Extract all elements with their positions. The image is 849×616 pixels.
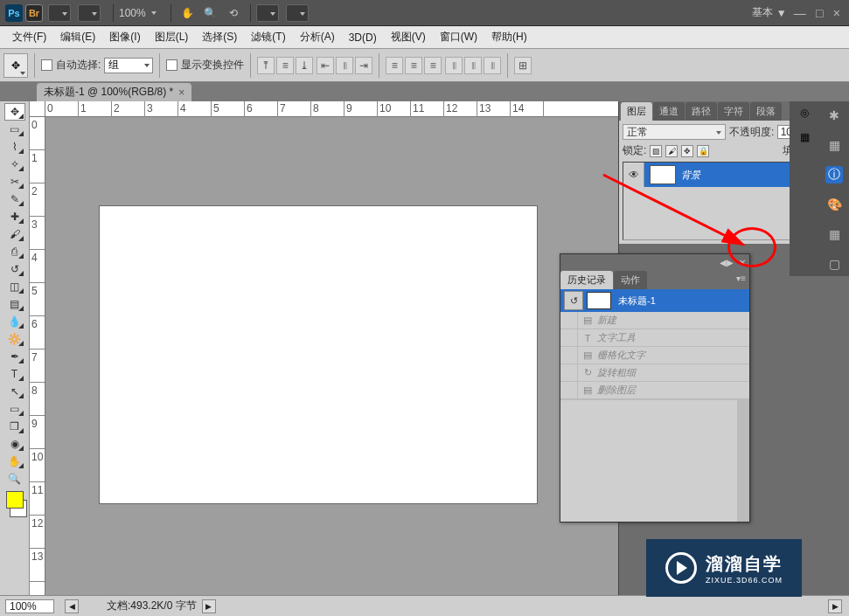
history-item[interactable]: T文字工具: [560, 329, 749, 347]
ruler-origin[interactable]: [30, 101, 45, 117]
scroll-left-icon[interactable]: ◀: [65, 599, 79, 613]
menu-layer[interactable]: 图层(L): [148, 27, 196, 47]
crop-tool[interactable]: ✂: [4, 173, 25, 190]
ruler-horizontal[interactable]: 0 1 2 3 4 5 6 7 8 9 10 11 12 13 14: [45, 101, 618, 117]
workspace-dropdown-icon[interactable]: ▼: [776, 7, 787, 19]
stamp-tool[interactable]: ⎙: [4, 243, 25, 260]
dist-1-icon[interactable]: ≡: [386, 57, 403, 74]
dist-2-icon[interactable]: ≡: [405, 57, 422, 74]
info-dropdown-icon[interactable]: ▶: [202, 599, 216, 613]
adjustments-icon[interactable]: ▦: [825, 225, 843, 243]
align-left-icon[interactable]: ⇤: [317, 57, 334, 74]
type-tool[interactable]: T: [4, 365, 25, 383]
tab-history[interactable]: 历史记录: [560, 271, 613, 289]
history-snapshot-row[interactable]: ↺ 未标题-1: [560, 289, 749, 312]
zoom-percent[interactable]: 100%: [119, 7, 146, 19]
masks-icon[interactable]: ▢: [825, 255, 843, 273]
close-window-button[interactable]: ×: [833, 6, 840, 20]
current-tool-icon[interactable]: ✥: [3, 53, 28, 78]
zoom-input[interactable]: 100%: [5, 599, 54, 613]
navigator-icon[interactable]: ◎: [800, 107, 809, 119]
hand-tool[interactable]: ✋: [4, 453, 25, 470]
history-brush-tool[interactable]: ↺: [4, 260, 25, 278]
marquee-tool[interactable]: ▭: [4, 121, 25, 138]
menu-help[interactable]: 帮助(H): [484, 27, 534, 47]
dodge-tool[interactable]: 🔆: [4, 330, 25, 348]
gradient-tool[interactable]: ▤: [4, 295, 25, 313]
rotate-view-icon[interactable]: ⟲: [226, 5, 241, 21]
align-top-icon[interactable]: ⤒: [257, 57, 275, 74]
dist-3-icon[interactable]: ≡: [424, 57, 442, 74]
healing-tool[interactable]: ✚: [4, 208, 25, 225]
history-item[interactable]: ▤栅格化文字: [560, 347, 749, 364]
menu-edit[interactable]: 编辑(E): [53, 27, 102, 47]
dist-4-icon[interactable]: ⫴: [445, 57, 463, 74]
wand-tool[interactable]: ✧: [4, 156, 25, 173]
history-item[interactable]: ▤新建: [560, 312, 749, 329]
zoom-tool-icon[interactable]: 🔍: [203, 5, 219, 21]
transform-checkbox[interactable]: [166, 59, 177, 71]
shape-tool[interactable]: ▭: [4, 400, 25, 418]
dist-5-icon[interactable]: ⫴: [464, 57, 482, 74]
menu-window[interactable]: 窗口(W): [433, 27, 484, 47]
lock-pixels-icon[interactable]: 🖌: [665, 145, 678, 157]
blur-tool[interactable]: 💧: [4, 313, 25, 330]
blend-mode-select[interactable]: 正常: [623, 124, 726, 140]
zoom-dropdown-icon[interactable]: [151, 11, 157, 15]
document-tab[interactable]: 未标题-1 @ 100%(RGB/8) * ×: [37, 83, 191, 101]
align-bottom-icon[interactable]: ⤓: [296, 57, 313, 74]
tab-channels[interactable]: 通道: [653, 102, 685, 121]
lasso-tool[interactable]: ⌇: [4, 138, 25, 156]
eraser-tool[interactable]: ◫: [4, 278, 25, 295]
scroll-right-icon[interactable]: ▶: [828, 599, 842, 613]
autoselect-checkbox[interactable]: [41, 59, 52, 71]
menu-filter[interactable]: 滤镜(T): [244, 27, 292, 47]
menu-select[interactable]: 选择(S): [195, 27, 244, 47]
history-item[interactable]: ▤删除图层: [560, 382, 749, 399]
layout-dropdown[interactable]: [78, 4, 101, 22]
styles-icon[interactable]: 🎨: [825, 196, 843, 213]
menu-view[interactable]: 视图(V): [384, 27, 433, 47]
info-icon[interactable]: ⓘ: [825, 166, 843, 183]
zoom-tool[interactable]: 🔍: [4, 470, 25, 488]
snapshot-thumbnail[interactable]: [587, 292, 611, 309]
workspace-switcher[interactable]: 基本: [752, 5, 773, 20]
tab-actions[interactable]: 动作: [614, 271, 647, 289]
lock-transparent-icon[interactable]: ▨: [650, 145, 662, 157]
3d-tool[interactable]: ❒: [4, 418, 25, 435]
eyedropper-tool[interactable]: ✎: [4, 190, 25, 208]
color-swatches[interactable]: [0, 491, 29, 517]
hand-tool-icon[interactable]: ✋: [180, 5, 196, 21]
layer-visibility-icon[interactable]: 👁: [623, 163, 644, 187]
history-item[interactable]: ↻旋转粗细: [560, 364, 749, 382]
menu-analysis[interactable]: 分析(A): [293, 27, 342, 47]
path-tool[interactable]: ↖: [4, 383, 25, 400]
auto-align-icon[interactable]: ⊞: [514, 57, 532, 74]
history-titlebar[interactable]: ◀▶ ✕: [560, 254, 749, 270]
lock-all-icon[interactable]: 🔒: [697, 145, 709, 157]
history-collapse-icon[interactable]: ◀▶: [720, 258, 734, 267]
history-scrollbar[interactable]: [737, 400, 749, 522]
align-vcenter-icon[interactable]: ≡: [276, 57, 294, 74]
align-right-icon[interactable]: ⇥: [355, 57, 372, 74]
pen-tool[interactable]: ✒: [4, 348, 25, 365]
history-panel[interactable]: ◀▶ ✕ 历史记录 动作 ▾≡ ↺ 未标题-1 ▤新建 T文字工具 ▤栅格化文字…: [560, 253, 750, 523]
tab-layers[interactable]: 图层: [621, 102, 652, 121]
swatches-icon[interactable]: ▦: [825, 136, 843, 154]
close-document-icon[interactable]: ×: [178, 87, 184, 99]
tab-paths[interactable]: 路径: [685, 102, 717, 121]
histogram-icon[interactable]: ▦: [800, 131, 810, 143]
document-canvas[interactable]: [100, 206, 537, 503]
ruler-vertical[interactable]: 0 1 2 3 4 5 6 7 8 9 10 11 12 13: [30, 117, 45, 595]
foreground-swatch[interactable]: [6, 491, 24, 509]
move-tool[interactable]: ✥: [4, 103, 25, 121]
menu-image[interactable]: 图像(I): [102, 27, 147, 47]
tab-paragraph[interactable]: 段落: [750, 102, 782, 121]
align-hcenter-icon[interactable]: ⫴: [336, 57, 353, 74]
maximize-button[interactable]: □: [816, 6, 823, 20]
lock-position-icon[interactable]: ✥: [681, 145, 693, 157]
autoselect-combo[interactable]: 组: [104, 58, 153, 73]
history-close-icon[interactable]: ✕: [739, 258, 746, 267]
tab-character[interactable]: 字符: [718, 102, 749, 121]
layer-thumbnail[interactable]: [650, 165, 676, 184]
